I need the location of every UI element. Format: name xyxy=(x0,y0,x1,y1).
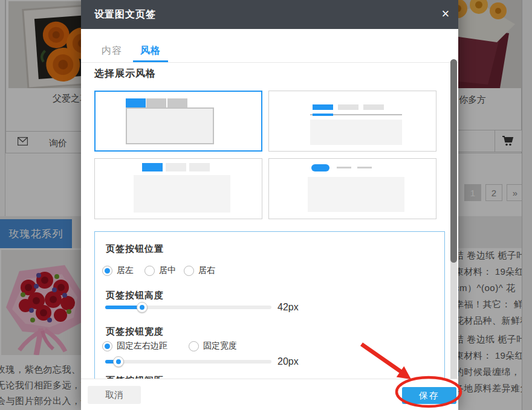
dialog-header: 设置图文页签 × xyxy=(81,0,458,29)
style-section-heading: 选择展示风格 xyxy=(94,68,156,80)
position-option-center[interactable]: 居中 xyxy=(144,265,176,276)
radio-icon[interactable] xyxy=(144,266,155,276)
width-slider-thumb[interactable] xyxy=(113,356,124,367)
tab-content[interactable]: 内容 xyxy=(102,43,122,58)
radio-icon[interactable] xyxy=(189,341,199,351)
radio-icon[interactable] xyxy=(184,266,194,276)
position-option-left[interactable]: 居左 xyxy=(102,265,134,276)
width-option-margin[interactable]: 固定左右边距 xyxy=(102,341,167,351)
position-option-right[interactable]: 居右 xyxy=(184,265,215,276)
style-option-3[interactable] xyxy=(94,158,262,219)
mock-tab xyxy=(338,104,358,110)
mock-tab xyxy=(166,163,186,171)
mock-active-tab xyxy=(126,98,146,108)
screen: 父爱之花 询价 xyxy=(0,0,532,410)
dialog-footer: 取消 保存 xyxy=(81,379,458,410)
radio-label: 居右 xyxy=(198,265,215,276)
save-button[interactable]: 保存 xyxy=(402,387,456,404)
height-value: 42px xyxy=(277,302,299,313)
mock-dash xyxy=(357,167,372,168)
height-slider-thumb[interactable] xyxy=(137,302,148,313)
mock-tab xyxy=(167,98,187,108)
mock-content xyxy=(310,120,402,145)
radio-selected-icon[interactable] xyxy=(102,341,112,351)
style-settings-panel: 页签按钮位置 居左 居中 居右 页签按钮高度 42px 页签按钮宽度 固定左右边… xyxy=(94,231,445,379)
height-label: 页签按钮高度 xyxy=(106,290,164,301)
style-option-1[interactable] xyxy=(94,91,262,152)
mock-panel xyxy=(126,107,214,144)
close-icon[interactable]: × xyxy=(438,7,453,22)
style-option-2[interactable] xyxy=(268,91,436,152)
radio-label: 居中 xyxy=(159,265,176,276)
mock-dash xyxy=(337,167,351,168)
mock-active-tab xyxy=(311,164,329,171)
mock-tab xyxy=(189,163,210,171)
radio-selected-icon[interactable] xyxy=(102,266,112,276)
tabs-divider xyxy=(81,62,458,63)
mock-active-tab xyxy=(313,104,333,110)
radio-label: 固定左右边距 xyxy=(117,341,167,351)
mock-tab xyxy=(363,104,384,110)
mock-line-active xyxy=(313,114,333,116)
width-slider-track[interactable] xyxy=(105,360,271,364)
radio-label: 居左 xyxy=(117,265,134,276)
tab-style[interactable]: 风格 xyxy=(140,43,161,58)
width-option-fixed[interactable]: 固定宽度 xyxy=(189,341,237,351)
cancel-button[interactable]: 取消 xyxy=(88,386,141,404)
dialog-scrollbar-thumb[interactable] xyxy=(450,59,457,263)
mock-content xyxy=(134,175,230,213)
mock-content xyxy=(308,177,404,212)
mock-tab xyxy=(146,98,166,108)
position-label: 页签按钮位置 xyxy=(106,243,164,255)
width-value: 20px xyxy=(277,356,299,367)
width-label: 页签按钮宽度 xyxy=(106,326,164,338)
dialog-title: 设置图文页签 xyxy=(94,8,156,21)
style-option-4[interactable] xyxy=(268,158,436,219)
radio-label: 固定宽度 xyxy=(203,341,237,351)
tab-settings-dialog: 设置图文页签 × 内容 风格 选择展示风格 xyxy=(81,0,458,410)
mock-active-tab xyxy=(142,163,163,171)
